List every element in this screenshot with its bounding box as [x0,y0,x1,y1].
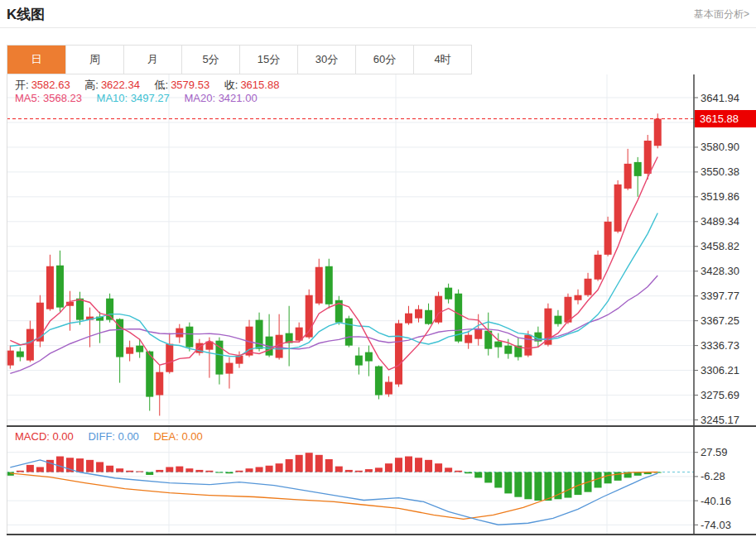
macd-bar [474,472,482,478]
candle-body [585,279,592,295]
macd-bar [96,462,104,472]
macd-bar [365,469,373,472]
candle-body [405,314,412,324]
candle-body [644,141,652,174]
candle-body [345,319,353,346]
candle-body [106,299,113,320]
candle-body [17,352,24,357]
macd-bar [296,455,303,472]
kline-widget: K线图 基本面分析> 日周月5分15分30分60分4时 开:3582.63 高:… [0,0,756,537]
candle-body [56,266,64,308]
diff-value: DIFF: 0.00 [88,430,138,443]
ohlc-legend: 开:3582.63 高:3622.34 低:3579.53 收:3615.88 [15,78,291,93]
macd-bar [76,458,84,472]
macd-bar [86,460,94,472]
ma5-line [10,156,657,370]
candle-body [425,310,432,324]
ma10-legend: MA10: 3497.27 [97,92,170,104]
open-value: 3582.63 [31,79,70,91]
macd-bar [225,472,233,474]
price-axis-label: 3519.86 [701,190,739,203]
candle-body [76,299,84,320]
price-axis-label: 3580.90 [701,141,739,153]
price-axis-label: 3367.25 [701,314,739,327]
macd-bar [614,472,622,481]
macd-bar [315,455,323,472]
macd-bar [445,467,452,472]
candle-body [395,324,402,385]
dea-value: DEA: 0.00 [153,430,202,443]
macd-axis-label: -74.03 [701,519,731,531]
macd-bar [345,470,353,472]
ma20-legend: MA20: 3421.00 [184,92,257,104]
price-axis-label: 3306.21 [701,364,739,376]
macd-bar [215,472,223,473]
macd-bar [484,472,492,483]
macd-legend: MACD: 0.00 DIFF: 0.00 DEA: 0.00 [15,430,214,443]
macd-bar [455,471,462,472]
candle-body [415,309,422,319]
macd-bar [564,472,571,498]
price-axis-label: 3397.77 [701,290,739,302]
candle-body [385,382,392,395]
candle-body [365,352,373,362]
macd-bar [276,463,283,472]
macd-bar [26,465,34,472]
low-label: 低: [155,79,169,91]
candle-body [595,255,602,280]
candle-body [185,327,193,348]
macd-bar [504,472,512,494]
close-value: 3615.88 [240,79,279,91]
macd-bar [176,467,183,472]
macd-axis-label: -40.16 [701,495,731,507]
macd-bar [544,472,551,501]
candle-body [136,346,143,352]
macd-bar [494,472,502,488]
macd-bar [185,468,193,472]
candle-body [26,329,34,361]
macd-bar [106,466,113,472]
macd-bar [205,471,213,472]
candle-body [375,367,383,396]
macd-bar [156,470,163,472]
candle-body [166,344,173,372]
macd-axis-label: 27.59 [701,446,728,458]
candle-body [554,316,561,324]
macd-bar [146,472,153,475]
macd-bar [136,472,143,472]
macd-bar [235,471,243,472]
price-axis-label: 3245.17 [701,414,739,426]
macd-bar [375,467,383,472]
price-axis-label: 3489.34 [701,215,739,228]
candle-body [494,342,502,348]
macd-bar [36,467,44,472]
price-axis-label: 3550.38 [701,165,739,178]
macd-axis-label: -6.28 [701,470,725,482]
candle-body [504,346,512,354]
candle-body [46,266,54,309]
macd-bar [56,457,64,472]
candle-body [156,372,163,396]
candle-body [225,363,233,374]
candle-body [624,164,632,189]
macd-bar [256,467,263,472]
candle-body [654,119,662,146]
candle-body [474,329,482,339]
low-value: 3579.53 [171,79,209,91]
macd-bar [246,468,253,472]
macd-bar [306,453,313,472]
macd-bar [335,467,343,472]
candle-body [126,348,133,354]
macd-bar [325,459,333,472]
macd-bar [116,468,123,472]
price-axis-label: 3458.82 [701,240,739,252]
candle-body [355,356,363,366]
macd-bar [166,467,173,472]
candle-body [315,267,323,304]
macd-bar [415,458,422,472]
macd-bar [575,472,582,496]
candle-body [524,335,532,356]
macd-bar [395,458,402,472]
candle-body [7,351,14,366]
candle-body [575,295,582,300]
